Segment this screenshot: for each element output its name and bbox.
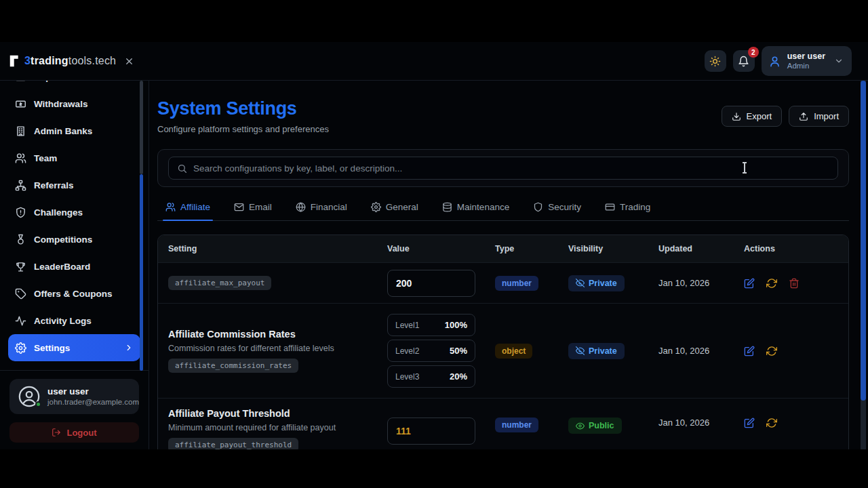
sidebar-item-settings[interactable]: Settings bbox=[8, 334, 140, 361]
sidebar: DepositsWithdrawalsAdmin BanksTeamReferr… bbox=[0, 81, 149, 449]
search-card bbox=[157, 149, 849, 187]
tab-label: General bbox=[386, 202, 418, 212]
logout-button[interactable]: Logout bbox=[9, 422, 139, 443]
online-status-dot bbox=[35, 401, 41, 407]
brand-area: 3tradingtools.tech bbox=[0, 54, 149, 68]
edit-button[interactable] bbox=[744, 418, 755, 428]
value-input[interactable] bbox=[387, 270, 475, 297]
sidebar-item-deposits[interactable]: Deposits bbox=[8, 81, 140, 90]
tab-financial[interactable]: Financial bbox=[296, 202, 347, 220]
import-button[interactable]: Import bbox=[789, 106, 849, 127]
sidebar-item-challenges[interactable]: Challenges bbox=[8, 199, 140, 226]
refresh-icon bbox=[766, 346, 777, 357]
actions-cell bbox=[744, 278, 848, 289]
type-badge: object bbox=[495, 344, 532, 359]
theme-toggle-button[interactable] bbox=[705, 50, 726, 72]
updated-cell: Jan 10, 2026 bbox=[658, 418, 744, 428]
reset-button[interactable] bbox=[766, 278, 777, 289]
value-cell bbox=[387, 418, 495, 445]
database-icon bbox=[442, 202, 452, 212]
setting-title: Affiliate Payout Threshold bbox=[168, 408, 375, 419]
sidebar-item-label: Competitions bbox=[34, 235, 92, 245]
topbar: 3tradingtools.tech 2 user user Admin bbox=[0, 42, 868, 81]
logout-icon bbox=[52, 428, 61, 437]
sidebar-item-withdrawals[interactable]: Withdrawals bbox=[8, 90, 140, 117]
sidebar-item-team[interactable]: Team bbox=[8, 144, 140, 171]
bell-icon bbox=[738, 56, 749, 67]
tab-maintenance[interactable]: Maintenance bbox=[442, 202, 509, 220]
sidebar-item-leaderboard[interactable]: LeaderBoard bbox=[8, 253, 140, 280]
gear-icon bbox=[15, 342, 26, 354]
edit-button[interactable] bbox=[744, 278, 755, 289]
download-icon bbox=[732, 112, 741, 121]
tab-email[interactable]: Email bbox=[234, 202, 272, 220]
value-object: Level1100%Level250%Level320% bbox=[387, 314, 495, 388]
column-header-setting: Setting bbox=[168, 244, 387, 253]
sidebar-item-referrals[interactable]: Referrals bbox=[8, 171, 140, 199]
sidebar-item-label: Challenges bbox=[34, 207, 83, 218]
person-icon bbox=[768, 55, 781, 68]
value-object-entry: Level320% bbox=[387, 365, 475, 388]
sidebar-item-label: Deposits bbox=[34, 81, 73, 82]
tab-label: Email bbox=[249, 202, 272, 212]
setting-key-badge: affiliate_payout_threshold bbox=[168, 438, 298, 449]
tab-affiliate[interactable]: Affiliate bbox=[165, 202, 210, 220]
level-label: Level1 bbox=[395, 321, 419, 330]
actions-cell bbox=[744, 418, 848, 428]
tab-label: Affiliate bbox=[180, 202, 210, 212]
sidebar-scrollbar-thumb[interactable] bbox=[140, 174, 143, 371]
visibility-cell: Private bbox=[568, 343, 658, 359]
delete-button[interactable] bbox=[789, 278, 800, 289]
setting-cell: Affiliate Payout ThresholdMinimum amount… bbox=[168, 408, 387, 449]
tab-label: Financial bbox=[311, 202, 347, 212]
chevron-down-icon bbox=[834, 56, 844, 66]
bank-icon bbox=[15, 125, 26, 137]
users-icon bbox=[165, 202, 176, 212]
notification-badge: 2 bbox=[748, 47, 759, 58]
gear-icon bbox=[371, 202, 381, 212]
sidebar-item-label: Referrals bbox=[34, 180, 74, 190]
sidebar-user-card[interactable]: user user john.trader@example.com bbox=[9, 379, 139, 414]
tab-security[interactable]: Security bbox=[533, 202, 581, 220]
visibility-cell: Private bbox=[568, 275, 658, 291]
value-input[interactable] bbox=[387, 418, 475, 445]
tab-general[interactable]: General bbox=[371, 202, 418, 220]
setting-key-badge: affiliate_commission_rates bbox=[168, 359, 298, 373]
tag-icon bbox=[15, 288, 26, 300]
shield-alert-icon bbox=[15, 207, 26, 218]
main-scrollbar-thumb[interactable] bbox=[861, 81, 866, 401]
refresh-icon bbox=[766, 278, 777, 289]
topbar-actions: 2 user user Admin bbox=[705, 46, 868, 76]
level-value: 100% bbox=[445, 320, 467, 330]
updated-cell: Jan 10, 2026 bbox=[658, 346, 744, 356]
search-icon bbox=[177, 163, 187, 174]
shield-icon bbox=[533, 202, 543, 212]
type-badge: number bbox=[495, 418, 538, 432]
sidebar-item-admin-banks[interactable]: Admin Banks bbox=[8, 117, 140, 144]
sidebar-item-label: Activity Logs bbox=[34, 316, 92, 326]
sidebar-item-competitions[interactable]: Competitions bbox=[8, 226, 140, 253]
edit-button[interactable] bbox=[744, 346, 755, 357]
sidebar-item-activity-logs[interactable]: Activity Logs bbox=[8, 307, 140, 334]
reset-button[interactable] bbox=[766, 346, 777, 357]
reset-button[interactable] bbox=[766, 418, 777, 428]
sidebar-close-icon[interactable] bbox=[124, 56, 134, 66]
sidebar-footer: user user john.trader@example.com Logout bbox=[0, 370, 149, 449]
main-content: System Settings Configure platform setti… bbox=[149, 81, 868, 449]
sidebar-item-label: Offers & Coupons bbox=[34, 289, 113, 299]
value-object-entry: Level1100% bbox=[387, 314, 475, 336]
sidebar-item-offers-coupons[interactable]: Offers & Coupons bbox=[8, 280, 140, 307]
search-input[interactable] bbox=[193, 163, 829, 174]
actions-cell bbox=[744, 346, 848, 357]
settings-table: SettingValueTypeVisibilityUpdatedActions… bbox=[157, 235, 849, 449]
notifications-button[interactable]: 2 bbox=[733, 50, 755, 72]
user-menu[interactable]: user user Admin bbox=[762, 46, 852, 76]
setting-description: Commission rates for different affiliate… bbox=[168, 344, 375, 353]
tab-trading[interactable]: Trading bbox=[605, 202, 650, 220]
users-icon bbox=[15, 152, 26, 164]
visibility-badge: Private bbox=[568, 343, 625, 359]
visibility-label: Private bbox=[589, 346, 617, 356]
main-scrollbar-track bbox=[861, 81, 866, 449]
export-button[interactable]: Export bbox=[722, 106, 783, 127]
sidebar-item-label: LeaderBoard bbox=[34, 262, 90, 272]
